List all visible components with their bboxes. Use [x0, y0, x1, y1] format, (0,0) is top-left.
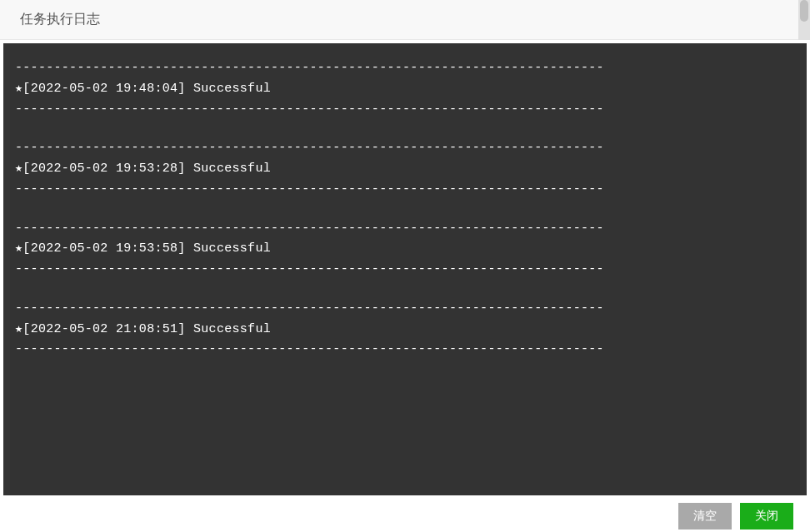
log-entry: ----------------------------------------…: [15, 58, 795, 120]
log-line: ★[2022-05-02 21:08:51] Successful: [15, 320, 795, 341]
log-modal: 任务执行日志 ---------------------------------…: [0, 0, 810, 532]
log-separator: ----------------------------------------…: [15, 100, 795, 121]
star-icon: ★: [15, 82, 22, 96]
log-text: [2022-05-02 19:48:04] Successful: [22, 82, 271, 96]
scrollbar[interactable]: [798, 0, 810, 40]
log-entry: ----------------------------------------…: [15, 219, 795, 281]
log-entry: ----------------------------------------…: [15, 299, 795, 360]
star-icon: ★: [15, 322, 22, 336]
modal-footer: 清空 关闭: [0, 499, 810, 532]
log-text: [2022-05-02 21:08:51] Successful: [22, 322, 271, 336]
star-icon: ★: [15, 241, 22, 256]
log-line: ★[2022-05-02 19:53:58] Successful: [15, 239, 795, 260]
log-separator: ----------------------------------------…: [15, 260, 795, 281]
log-separator: ----------------------------------------…: [15, 58, 795, 79]
log-entry: ----------------------------------------…: [15, 138, 795, 200]
modal-title: 任务执行日志: [20, 11, 100, 28]
log-separator: ----------------------------------------…: [15, 299, 795, 320]
log-line: ★[2022-05-02 19:53:28] Successful: [15, 159, 795, 180]
log-output[interactable]: ----------------------------------------…: [3, 43, 807, 495]
log-text: [2022-05-02 19:53:58] Successful: [22, 241, 271, 256]
log-text: [2022-05-02 19:53:28] Successful: [22, 162, 271, 176]
star-icon: ★: [15, 162, 22, 176]
log-line: ★[2022-05-02 19:48:04] Successful: [15, 79, 795, 100]
log-separator: ----------------------------------------…: [15, 138, 795, 159]
clear-button[interactable]: 清空: [678, 503, 732, 530]
log-separator: ----------------------------------------…: [15, 180, 795, 201]
log-separator: ----------------------------------------…: [15, 219, 795, 240]
modal-header: 任务执行日志: [0, 0, 810, 40]
close-button[interactable]: 关闭: [740, 503, 793, 530]
log-separator: ----------------------------------------…: [15, 340, 795, 360]
